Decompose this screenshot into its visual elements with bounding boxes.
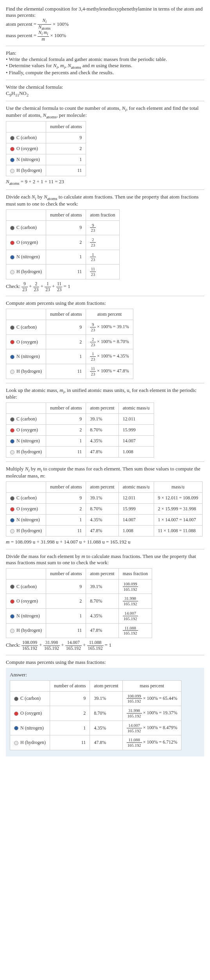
mass-frac-section: Divide the mass for each element by m to…: [6, 553, 204, 651]
table-row: H (hydrogen)111123 × 100% = 47.8%: [6, 364, 133, 379]
table-row: H (hydrogen)111123: [6, 265, 120, 279]
answer-box: Answer: number of atoms atom percent mas…: [6, 668, 204, 756]
table-row: O (oxygen)28.70%15.9992 × 15.999 = 31.99…: [6, 503, 203, 514]
table-row: H (hydrogen)1147.8%11.088165.192 × 100% …: [10, 735, 181, 750]
table-header: number of atoms atom percent atomic mass…: [6, 403, 154, 414]
table-row: H (hydrogen)11: [6, 165, 86, 176]
table-row: H (hydrogen)1147.8%1.00811 × 1.008 = 11.…: [6, 525, 203, 536]
table-row: N (nitrogen)1123 × 100% = 4.35%: [6, 349, 133, 364]
count-atoms-section: Use the chemical formula to count the nu…: [6, 105, 204, 186]
table-row: C (carbon)939.1%108.099165.192 × 100% = …: [10, 691, 181, 706]
times100-2: × 100%: [50, 33, 66, 39]
answer-label: Answer:: [10, 672, 200, 678]
mass-percent-formula: mass percent = Ni mim × 100%: [6, 30, 204, 42]
table-row: O (oxygen)28.70%31.998165.192: [6, 594, 152, 609]
mass-frac-table: number of atoms atom percent mass fracti…: [6, 568, 152, 638]
table-row: N (nitrogen)14.35%14.007: [6, 436, 154, 447]
table-row: N (nitrogen)14.35%14.007165.192: [6, 609, 152, 624]
atom-percent-label: atom percent =: [6, 21, 36, 27]
mass-calc-label: Multiply Ni by mi to compute the mass fo…: [6, 466, 204, 479]
table-row: O (oxygen)2: [6, 143, 86, 154]
table-row: N (nitrogen)1: [6, 154, 86, 165]
table-header: number of atoms atom fraction: [6, 209, 120, 220]
table-header: number of atoms atom percent mass percen…: [10, 680, 181, 691]
table-row: C (carbon)9: [6, 132, 86, 143]
mass-frac-check: Check: 108.099165.192 + 31.998165.192 + …: [6, 640, 204, 651]
table-row: O (oxygen)2223 × 100% = 8.70%: [6, 334, 133, 349]
final-section: Compute mass percents using the mass fra…: [6, 659, 204, 756]
atom-pct-section: Compute atom percents using the atom fra…: [6, 300, 204, 379]
mass-lookup-label: Look up the atomic mass, mi, in unified …: [6, 387, 204, 401]
h-num-atoms: number of atoms: [46, 122, 86, 132]
table-row: C (carbon)939.1%12.011: [6, 414, 154, 425]
plan: Plan: • Write the chemical formula and g…: [6, 50, 204, 76]
plan-b1: • Write the chemical formula and gather …: [6, 56, 204, 63]
table-row: H (hydrogen)1147.8%11.088165.192: [6, 623, 152, 638]
intro-title: Find the elemental composition for 3,4-m…: [6, 6, 204, 18]
table-row: H (hydrogen)1147.8%1.008: [6, 447, 154, 458]
atom-percent-formula: atom percent = NiNatoms × 100%: [6, 18, 204, 30]
atom-frac-table: number of atoms atom fraction C (carbon)…: [6, 209, 120, 279]
mass-percent-label: mass percent =: [6, 33, 36, 39]
natoms-total: Natoms = 9 + 2 + 1 + 11 = 23: [6, 179, 204, 186]
chemical-formula: C9H11NO2: [6, 90, 204, 97]
table-row: C (carbon)939.1%108.099165.192: [6, 579, 152, 594]
count-atoms-table: number of atoms C (carbon)9O (oxygen)2N …: [6, 121, 86, 176]
plan-b2: • Determine values for Ni, mi, Natoms an…: [6, 63, 204, 70]
table-row: N (nitrogen)14.35%14.007165.192 × 100% =…: [10, 721, 181, 735]
mass-calc-section: Multiply Ni by mi to compute the mass fo…: [6, 466, 204, 545]
atom-frac-label: Divide each Ni by Natoms to calculate at…: [6, 194, 204, 207]
table-row: N (nitrogen)14.35%14.0071 × 14.007 = 14.…: [6, 514, 203, 525]
mass-frac-label: Divide the mass for each element by m to…: [6, 553, 204, 566]
plan-b3: • Finally, compute the percents and chec…: [6, 70, 204, 76]
mass-lookup-table: number of atoms atom percent atomic mass…: [6, 402, 154, 458]
table-row: C (carbon)9923 × 100% = 39.1%: [6, 320, 133, 335]
mass-total: m = 108.099 u + 31.998 u + 14.007 u + 11…: [6, 539, 204, 545]
answer-table: number of atoms atom percent mass percen…: [10, 680, 181, 750]
intro: Find the elemental composition for 3,4-m…: [6, 6, 204, 42]
chemical-formula-section: Write the chemical formula: C9H11NO2: [6, 84, 204, 97]
chemical-formula-label: Write the chemical formula:: [6, 84, 204, 90]
table-header: number of atoms: [6, 122, 86, 132]
table-row: C (carbon)939.1%12.0119 × 12.011 = 108.0…: [6, 492, 203, 503]
plan-heading: Plan:: [6, 50, 204, 56]
count-atoms-label: Use the chemical formula to count the nu…: [6, 105, 204, 119]
mass-calc-table: number of atoms atom percent atomic mass…: [6, 481, 203, 536]
atom-pct-table: number of atoms atom percent C (carbon)9…: [6, 309, 133, 379]
atom-pct-label: Compute atom percents using the atom fra…: [6, 300, 204, 306]
atom-frac-check: Check: 923 + 223 + 123 + 1123 = 1: [6, 282, 204, 292]
times100: × 100%: [53, 21, 69, 27]
final-label: Compute mass percents using the mass fra…: [6, 659, 204, 665]
table-header: number of atoms atom percent atomic mass…: [6, 481, 203, 492]
atom-frac-section: Divide each Ni by Natoms to calculate at…: [6, 194, 204, 292]
table-header: number of atoms atom percent: [6, 309, 133, 320]
mass-lookup-section: Look up the atomic mass, mi, in unified …: [6, 387, 204, 458]
table-row: O (oxygen)28.70%31.998165.192 × 100% = 1…: [10, 706, 181, 721]
table-row: O (oxygen)2223: [6, 235, 120, 250]
table-row: N (nitrogen)1123: [6, 250, 120, 265]
table-row: C (carbon)9923: [6, 220, 120, 235]
table-header: number of atoms atom percent mass fracti…: [6, 568, 152, 579]
table-row: O (oxygen)28.70%15.999: [6, 425, 154, 436]
